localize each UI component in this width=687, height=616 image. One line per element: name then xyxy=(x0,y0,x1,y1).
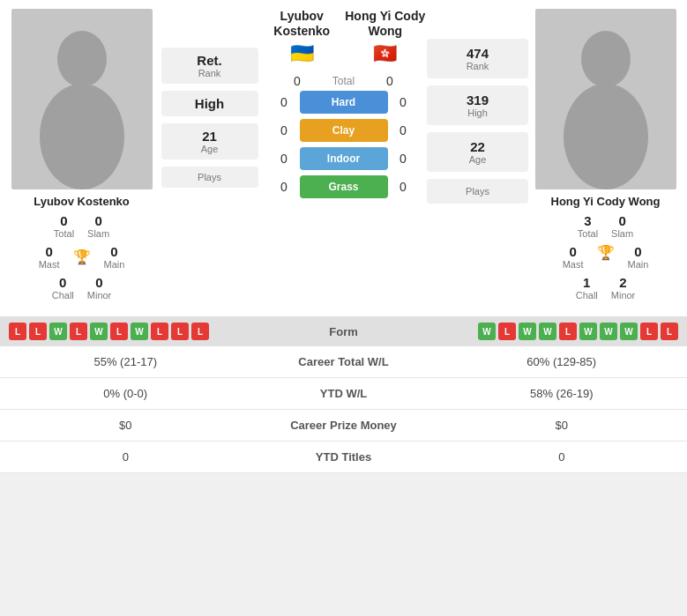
form-badge-left: L xyxy=(151,323,168,340)
bottom-right-value: 58% (26-19) xyxy=(441,387,683,400)
bottom-left-value: $0 xyxy=(4,419,247,432)
main-container: Lyubov Kostenko 0 Total 0 Slam 0 Mast xyxy=(0,0,687,473)
right-rank-value: 474 xyxy=(436,46,519,61)
total-label: Total xyxy=(313,75,375,87)
indoor-left-score: 0 xyxy=(269,152,300,166)
left-minor-stat: 0 Minor xyxy=(87,275,112,301)
bottom-center-label: Career Prize Money xyxy=(247,419,441,432)
right-age-label: Age xyxy=(436,154,519,165)
bottom-right-value: 0 xyxy=(441,450,683,464)
form-badge-right: W xyxy=(620,323,638,340)
grass-right-score: 0 xyxy=(388,180,419,194)
grass-label: Grass xyxy=(328,181,358,193)
left-player-block: Lyubov Kostenko 0 Total 0 Slam 0 Mast xyxy=(4,9,159,301)
left-slam-stat: 0 Slam xyxy=(87,213,109,239)
right-chall-value: 1 xyxy=(583,275,590,290)
form-badge-left: L xyxy=(70,323,87,340)
right-mast-label: Mast xyxy=(563,259,584,270)
bottom-center-label: YTD Titles xyxy=(247,450,441,464)
right-slam-label: Slam xyxy=(611,228,633,239)
center-right-name: Hong Yi CodyWong xyxy=(344,9,428,39)
right-chall-stat: 1 Chall xyxy=(576,275,598,301)
hard-button: Hard xyxy=(300,91,388,114)
left-slam-value: 0 xyxy=(94,213,101,228)
indoor-right-score: 0 xyxy=(388,152,419,166)
right-plays-box: Plays xyxy=(427,179,528,204)
grass-row: 0 Grass 0 xyxy=(260,175,427,198)
form-badge-left: L xyxy=(9,323,26,340)
right-minor-stat: 2 Minor xyxy=(611,275,636,301)
grass-button: Grass xyxy=(300,175,388,198)
clay-right-score: 0 xyxy=(388,123,419,137)
left-stats-row3: 0 Chall 0 Minor xyxy=(52,275,112,301)
right-high-label: High xyxy=(436,108,519,118)
center-left-name: LyubovKostenko xyxy=(260,9,344,39)
trophy-icon-right: 🏆 xyxy=(597,244,615,261)
left-minor-value: 0 xyxy=(95,275,102,290)
left-plays-label: Plays xyxy=(172,172,248,182)
left-age-box: 21 Age xyxy=(161,123,258,160)
left-player-photo xyxy=(11,9,153,189)
form-badge-left: L xyxy=(171,323,189,340)
form-badge-right: W xyxy=(539,323,556,340)
svg-point-3 xyxy=(564,84,648,189)
total-right-score: 0 xyxy=(375,74,406,88)
center-left-flag: 🇺🇦 xyxy=(260,42,344,65)
right-player-block: Hong Yi Cody Wong 3 Total 0 Slam 0 Mast xyxy=(528,9,683,301)
hard-row: 0 Hard 0 xyxy=(260,91,427,114)
right-form-badges: WLWWLWWWLL xyxy=(388,323,679,340)
left-total-stat: 0 Total xyxy=(54,213,74,239)
left-player-name: Lyubov Kostenko xyxy=(34,195,130,208)
right-main-stat: 0 Main xyxy=(628,244,649,270)
total-line: 0 Total 0 xyxy=(260,74,427,88)
hard-left-score: 0 xyxy=(269,95,300,109)
right-mast-stat: 0 Mast xyxy=(563,244,584,270)
svg-point-0 xyxy=(57,31,107,87)
form-badge-left: L xyxy=(191,323,209,340)
right-age-box: 22 Age xyxy=(427,132,528,172)
right-age-value: 22 xyxy=(436,139,519,154)
right-main-value: 0 xyxy=(634,244,641,259)
indoor-label: Indoor xyxy=(327,152,360,165)
form-badge-left: W xyxy=(90,323,108,340)
left-trophy-icon: 🏆 xyxy=(73,244,91,270)
left-mast-label: Mast xyxy=(39,259,60,270)
indoor-row: 0 Indoor 0 xyxy=(260,147,427,170)
table-row: $0 Career Prize Money $0 xyxy=(0,410,687,442)
left-main-value: 0 xyxy=(110,244,117,259)
total-left-score: 0 xyxy=(282,74,313,88)
left-total-value: 0 xyxy=(60,213,67,228)
form-badge-right: W xyxy=(478,323,496,340)
form-badge-right: L xyxy=(498,323,516,340)
left-chall-stat: 0 Chall xyxy=(52,275,74,301)
left-total-label: Total xyxy=(54,228,74,239)
svg-point-2 xyxy=(581,31,631,87)
right-player-silhouette xyxy=(544,22,668,189)
form-badge-right: W xyxy=(579,323,597,340)
right-stats-row1: 3 Total 0 Slam xyxy=(578,213,633,239)
left-mast-value: 0 xyxy=(45,244,52,259)
right-main-label: Main xyxy=(628,259,649,270)
bottom-stats-table: 55% (21-17) Career Total W/L 60% (129-85… xyxy=(0,346,687,473)
right-minor-label: Minor xyxy=(611,290,636,301)
form-badge-left: L xyxy=(110,323,128,340)
bottom-left-value: 55% (21-17) xyxy=(4,355,247,368)
player-comparison-row: Lyubov Kostenko 0 Total 0 Slam 0 Mast xyxy=(0,0,687,309)
right-high-box: 319 High xyxy=(427,85,528,125)
form-badge-left: L xyxy=(29,323,47,340)
bottom-center-label: YTD W/L xyxy=(247,387,441,400)
form-badge-right: W xyxy=(519,323,536,340)
right-stats-row2: 0 Mast 🏆 0 Main xyxy=(563,244,649,270)
center-block: LyubovKostenko 🇺🇦 Hong Yi CodyWong 🇭🇰 0 … xyxy=(260,9,427,301)
clay-left-score: 0 xyxy=(269,123,300,137)
left-chall-value: 0 xyxy=(59,275,66,290)
form-badge-left: W xyxy=(49,323,67,340)
svg-point-1 xyxy=(40,84,124,189)
table-row: 55% (21-17) Career Total W/L 60% (129-85… xyxy=(0,346,687,378)
left-center-stats-block: Ret. Rank High 21 Age Plays xyxy=(159,9,260,301)
right-slam-value: 0 xyxy=(618,213,625,228)
left-high-value: High xyxy=(172,96,248,111)
center-right-flag: 🇭🇰 xyxy=(344,42,428,65)
left-form-badges: LLWLWLWLLL xyxy=(9,323,300,340)
bottom-right-value: $0 xyxy=(441,419,683,432)
